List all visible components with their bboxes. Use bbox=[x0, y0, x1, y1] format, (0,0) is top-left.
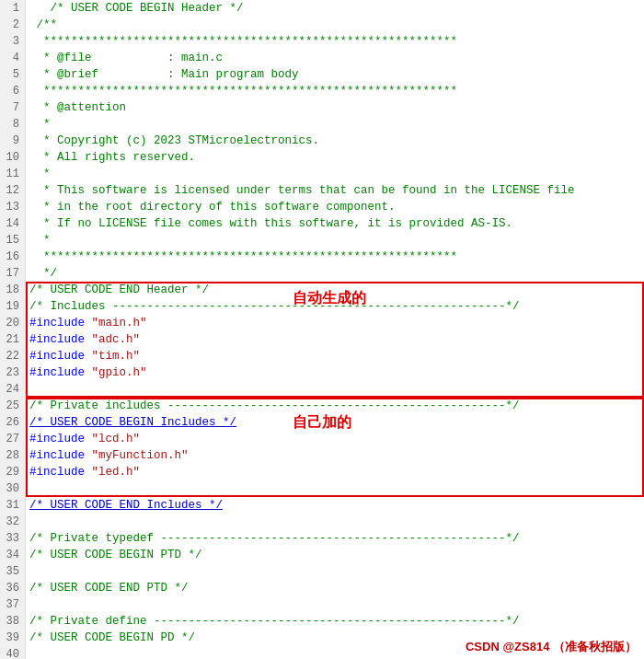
code-line: ****************************************… bbox=[29, 249, 640, 265]
code-line: /* Private includes --------------------… bbox=[29, 398, 640, 414]
code-line: /* USER CODE BEGIN PTD */ bbox=[29, 547, 640, 563]
code-line: /* USER CODE END Includes */ bbox=[29, 497, 640, 514]
code-editor: 1234567891011121314151617181920212223242… bbox=[0, 0, 644, 659]
code-line: /* USER CODE BEGIN Includes */ bbox=[29, 414, 640, 431]
code-line: * bbox=[29, 166, 640, 182]
code-line: #include "tim.h" bbox=[29, 348, 640, 364]
code-line: /* USER CODE END PTD */ bbox=[29, 580, 640, 596]
code-line bbox=[29, 596, 640, 613]
code-line: #include "gpio.h" bbox=[29, 364, 640, 381]
code-line: /* Includes ----------------------------… bbox=[29, 298, 640, 315]
code-line bbox=[29, 514, 640, 530]
code-line: * This software is licensed under terms … bbox=[29, 182, 640, 199]
code-line: #include "myFunction.h" bbox=[29, 447, 640, 464]
code-area[interactable]: 自动生成的 自己加的 /* USER CODE BEGIN Header */ … bbox=[26, 0, 644, 659]
code-line: #include "main.h" bbox=[29, 315, 640, 331]
code-line: /* USER CODE BEGIN Header */ bbox=[29, 0, 640, 17]
code-line: #include "led.h" bbox=[29, 464, 640, 480]
code-line: * in the root directory of this software… bbox=[29, 199, 640, 215]
code-line bbox=[29, 563, 640, 580]
code-line: * @brief : Main program body bbox=[29, 66, 640, 83]
code-line bbox=[29, 381, 640, 398]
code-line: * bbox=[29, 116, 640, 133]
code-line: /* USER CODE END Header */ bbox=[29, 282, 640, 298]
code-line: * All rights reserved. bbox=[29, 149, 640, 166]
code-line: ****************************************… bbox=[29, 33, 640, 50]
code-line: * Copyright (c) 2023 STMicroelectronics. bbox=[29, 133, 640, 149]
code-line: * @attention bbox=[29, 99, 640, 116]
code-line: */ bbox=[29, 265, 640, 282]
code-line: /* Private define ----------------------… bbox=[29, 613, 640, 630]
code-line: * If no LICENSE file comes with this sof… bbox=[29, 215, 640, 232]
code-line: * bbox=[29, 232, 640, 249]
watermark: CSDN @ZS814 （准备秋招版） bbox=[466, 639, 637, 655]
code-line bbox=[29, 480, 640, 497]
code-line: * @file : main.c bbox=[29, 50, 640, 66]
code-line: ****************************************… bbox=[29, 83, 640, 99]
code-line: /* Private typedef ---------------------… bbox=[29, 530, 640, 547]
line-numbers: 1234567891011121314151617181920212223242… bbox=[0, 0, 26, 659]
code-line: #include "lcd.h" bbox=[29, 431, 640, 447]
code-line: /** bbox=[29, 17, 640, 33]
code-line: #include "adc.h" bbox=[29, 331, 640, 348]
